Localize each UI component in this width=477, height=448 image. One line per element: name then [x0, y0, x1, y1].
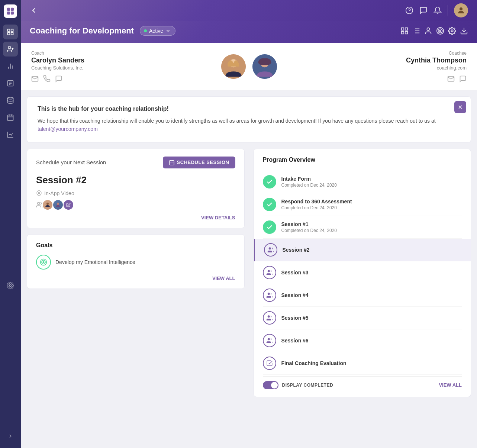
session-icon-session3 [263, 266, 276, 279]
coach-email-btn[interactable] [31, 75, 39, 83]
main-area: Coaching for Development Active [21, 0, 477, 448]
svg-point-21 [460, 7, 463, 10]
download-icon[interactable] [460, 27, 468, 35]
back-button[interactable] [30, 6, 38, 14]
coach-card: Coach Carolyn Sanders Coaching Solutions… [21, 43, 477, 90]
program-item-name-intake: Intake Form [281, 176, 462, 182]
toggle-switch[interactable] [263, 381, 278, 389]
status-dot [144, 29, 147, 32]
info-banner-link[interactable]: talent@yourcompany.com [38, 126, 98, 132]
coachee-actions [392, 75, 467, 83]
program-item-info-intake: Intake Form Completed on Dec 24, 2020 [281, 176, 462, 188]
svg-rect-44 [170, 160, 174, 165]
svg-point-59 [267, 338, 270, 340]
goals-card: Goals Develop my Emotional Intelligence … [27, 234, 245, 289]
program-item-info-session6: Session #6 [281, 338, 462, 344]
user-avatar[interactable] [454, 3, 468, 17]
grid-view-icon[interactable] [400, 27, 409, 35]
info-banner-body: We hope that this coaching relationship … [38, 117, 460, 133]
status-badge[interactable]: Active [140, 26, 175, 36]
svg-point-48 [38, 192, 40, 193]
coachee-message-btn[interactable] [459, 75, 467, 83]
target-icon[interactable] [436, 27, 444, 35]
content-area: Coach Carolyn Sanders Coaching Solutions… [21, 43, 477, 448]
coach-message-btn[interactable] [55, 75, 62, 83]
goals-view-all-link[interactable]: VIEW ALL [36, 270, 235, 281]
program-item-session4[interactable]: Session #4 [263, 284, 462, 307]
check-icon-360 [263, 198, 276, 211]
status-label: Active [149, 28, 163, 34]
program-item-info-session5: Session #5 [281, 315, 462, 321]
coach-label: Coach [31, 51, 106, 56]
coachee-email-btn[interactable] [447, 75, 455, 83]
svg-rect-5 [11, 29, 13, 32]
participant-edit-btn[interactable] [64, 200, 73, 210]
program-item-intake[interactable]: Intake Form Completed on Dec 24, 2020 [263, 171, 462, 193]
list-view-icon[interactable] [412, 27, 420, 35]
svg-point-49 [38, 202, 40, 204]
sidebar-item-users[interactable] [3, 42, 18, 57]
page-header-actions [400, 27, 468, 35]
goals-title: Goals [36, 242, 235, 249]
svg-rect-4 [8, 29, 10, 32]
check-icon-session1 [263, 220, 276, 234]
view-details-link[interactable]: VIEW DETAILS [36, 210, 235, 220]
program-item-session6[interactable]: Session #6 [263, 329, 462, 352]
svg-point-54 [43, 261, 44, 262]
svg-rect-25 [405, 32, 407, 34]
program-item-date-360: Completed on Dec 24, 2020 [281, 205, 462, 210]
program-item-date-intake: Completed on Dec 24, 2020 [281, 183, 462, 188]
schedule-session-button[interactable]: SCHEDULE SESSION [163, 157, 235, 168]
settings-icon[interactable] [448, 27, 456, 35]
profile-view-icon[interactable] [424, 27, 432, 35]
session-icon-session2 [264, 243, 277, 257]
sidebar-expand-btn[interactable] [3, 429, 18, 444]
info-banner-close-btn[interactable] [454, 101, 466, 113]
sidebar-item-chart[interactable] [3, 127, 18, 142]
goal-item: Develop my Emotional Intelligence [36, 255, 235, 270]
program-item-session3[interactable]: Session #3 [263, 261, 462, 284]
coach-phone-btn[interactable] [43, 75, 51, 83]
coachee-name: Cynthia Thompson [392, 57, 467, 64]
sidebar-item-analytics[interactable] [3, 59, 18, 74]
program-item-session1[interactable]: Session #1 Completed on Dec 24, 2020 [263, 216, 462, 239]
coach-info: Coach Carolyn Sanders Coaching Solutions… [31, 51, 106, 83]
topbar-left [30, 6, 38, 14]
program-item-session2[interactable]: Session #2 [254, 239, 471, 261]
sidebar-item-dashboard[interactable] [3, 25, 18, 39]
session-card-header: Schedule your Next Session SCHEDULE SESS… [36, 157, 235, 168]
svg-point-57 [267, 293, 270, 295]
schedule-label: Schedule your Next Session [36, 159, 106, 165]
toggle-label: DISPLAY COMPLETED [282, 383, 333, 388]
svg-rect-7 [11, 33, 13, 35]
help-icon[interactable] [405, 6, 413, 14]
program-view-all-link[interactable]: VIEW ALL [439, 382, 462, 388]
session-participants [36, 199, 235, 210]
program-item-info-session3: Session #3 [281, 270, 462, 275]
program-overview-title: Program Overview [263, 157, 462, 163]
notification-icon[interactable] [434, 6, 442, 14]
program-item-session5[interactable]: Session #5 [263, 307, 462, 329]
sidebar-item-contacts[interactable] [3, 110, 18, 125]
svg-rect-22 [402, 28, 404, 30]
main-grid: Schedule your Next Session SCHEDULE SESS… [27, 149, 471, 397]
coachee-avatar [251, 53, 278, 80]
topbar-icons [405, 3, 468, 17]
program-item-name-session6: Session #6 [281, 338, 462, 344]
display-completed-toggle[interactable]: DISPLAY COMPLETED [263, 381, 333, 389]
coach-coachee-avatars [220, 53, 278, 80]
program-item-name-session1: Session #1 [281, 221, 462, 227]
sidebar-item-settings[interactable] [3, 278, 18, 293]
sidebar-item-reports[interactable] [3, 76, 18, 91]
app-logo[interactable] [4, 4, 17, 18]
sidebar-item-data[interactable] [3, 93, 18, 108]
coach-name: Carolyn Sanders [31, 57, 106, 64]
program-item-evaluation[interactable]: Final Coaching Evaluation [263, 352, 462, 375]
coach-avatar [220, 53, 247, 80]
coach-company: Coaching Solutions, Inc. [31, 65, 106, 71]
chat-icon[interactable] [419, 6, 428, 14]
program-item-360[interactable]: Respond to 360 Assessment Completed on D… [263, 193, 462, 216]
svg-point-56 [267, 270, 270, 272]
session-card: Schedule your Next Session SCHEDULE SESS… [27, 149, 245, 228]
svg-rect-6 [8, 33, 10, 35]
